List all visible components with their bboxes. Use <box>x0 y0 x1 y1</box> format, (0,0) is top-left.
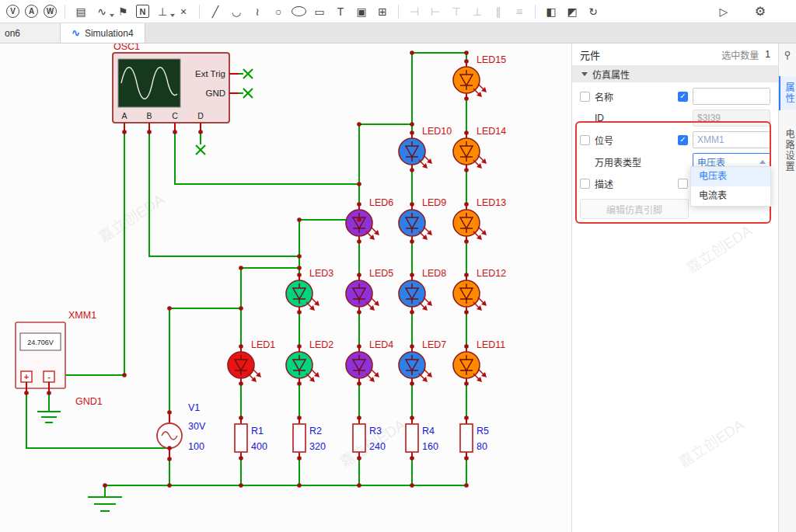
led-led4[interactable]: LED4 <box>346 339 393 384</box>
designator-visible-checkbox[interactable] <box>678 135 688 145</box>
dropdown-option-voltmeter[interactable]: 电压表 <box>691 167 770 186</box>
image-tool-icon[interactable]: ▣ <box>354 4 369 19</box>
tab-bar: on6 ∿ Simulation4 <box>0 23 796 43</box>
align-left-icon[interactable]: ⊣ <box>407 4 422 19</box>
led-led2[interactable]: LED2 <box>286 339 333 384</box>
side-tab-circuit-settings[interactable]: 电路设置 <box>779 123 796 179</box>
svg-text:LED11: LED11 <box>477 339 505 350</box>
svg-text:C: C <box>172 111 178 120</box>
probe-flag-icon[interactable]: ⚑ <box>115 4 131 19</box>
ic-symbol-icon[interactable]: ▤ <box>73 4 89 19</box>
arc-tool-icon[interactable]: ◡ <box>229 4 244 19</box>
tab-simulation4[interactable]: ∿ Simulation4 <box>61 23 145 43</box>
schematic-svg[interactable]: Ext TrigGNDABCDOSC124.706V+-XMM1GND1V130… <box>0 43 571 532</box>
multimeter-xmm1[interactable]: 24.706V+-XMM1 <box>16 310 96 393</box>
svg-text:LED5: LED5 <box>369 268 393 279</box>
led-led8[interactable]: LED8 <box>399 268 446 312</box>
line-tool-icon[interactable]: ╱ <box>208 4 223 19</box>
svg-text:OSC1: OSC1 <box>113 43 140 52</box>
tab-simulation4-label: Simulation4 <box>85 28 134 39</box>
led-led13[interactable]: LED13 <box>453 197 506 242</box>
ellipse-tool-icon[interactable] <box>292 6 306 16</box>
resistor-r2[interactable]: R2320 <box>293 418 326 458</box>
led-led6[interactable]: LED6 <box>346 197 393 242</box>
designator-input[interactable] <box>693 131 770 148</box>
led-led7[interactable]: LED7 <box>399 339 446 384</box>
watermark: 嘉立创EDA <box>681 219 755 277</box>
meter-type-label: 万用表类型 <box>595 155 641 169</box>
designator-checkbox[interactable] <box>580 135 590 145</box>
tab-simulation6[interactable]: on6 <box>0 23 61 43</box>
resistor-r1[interactable]: R1400 <box>235 418 267 458</box>
side-tab-properties[interactable]: 属性 <box>779 76 796 110</box>
wattmeter-probe-icon[interactable]: W <box>44 5 57 18</box>
text-tool-icon[interactable]: T <box>333 4 348 19</box>
name-visible-checkbox[interactable] <box>678 92 688 102</box>
led-led9[interactable]: LED9 <box>399 197 446 242</box>
simulation-properties-section[interactable]: 仿真属性 <box>572 65 778 82</box>
schematic-canvas[interactable]: Ext TrigGNDABCDOSC124.706V+-XMM1GND1V130… <box>0 43 571 532</box>
ground-symbol[interactable] <box>37 412 61 422</box>
led-led1[interactable]: LED1 <box>228 339 275 384</box>
settings-gear-icon[interactable]: ⚙ <box>752 4 768 19</box>
led-led5[interactable]: LED5 <box>346 268 393 312</box>
svg-text:160: 160 <box>422 441 438 452</box>
name-input[interactable] <box>693 88 770 105</box>
align-bottom-icon[interactable]: ⊥ <box>470 4 485 19</box>
svg-text:LED7: LED7 <box>422 339 446 350</box>
chevron-up-icon <box>759 160 766 164</box>
edit-sim-pins-button[interactable]: 编辑仿真引脚 <box>580 199 689 219</box>
led-led14[interactable]: LED14 <box>453 126 506 170</box>
rotate-icon[interactable]: ↻ <box>585 4 601 19</box>
table-tool-icon[interactable]: ⊞ <box>375 4 390 19</box>
rectangle-tool-icon[interactable]: ▭ <box>312 4 327 19</box>
oscilloscope-osc1[interactable]: Ext TrigGNDABCDOSC1 <box>113 43 239 132</box>
flip-vertical-icon[interactable]: ◩ <box>564 4 580 19</box>
panel-header: 元件 选中数量 1 <box>572 43 778 65</box>
ground-symbol-icon[interactable]: ⊥ <box>155 4 170 19</box>
distribute-vertical-icon[interactable]: ≡ <box>511 4 527 19</box>
voltage-source-v1[interactable]: V130V100 <box>157 402 206 459</box>
flip-horizontal-icon[interactable]: ◧ <box>543 4 559 19</box>
ground-symbol[interactable] <box>88 497 122 511</box>
align-right-icon[interactable]: ⊢ <box>428 4 443 19</box>
voltmeter-probe-icon[interactable]: V <box>6 5 19 18</box>
resistor-r4[interactable]: R4160 <box>406 418 438 458</box>
svg-text:R4: R4 <box>422 426 435 436</box>
toolbar-separator <box>398 5 399 19</box>
svg-text:LED12: LED12 <box>477 268 506 279</box>
led-led11[interactable]: LED11 <box>453 339 505 384</box>
svg-text:LED3: LED3 <box>309 268 333 279</box>
properties-panel: 嘉立创EDA 嘉立创EDA 元件 选中数量 1 仿真属性 名称 <box>571 43 778 532</box>
led-led3[interactable]: LED3 <box>286 268 333 312</box>
section-title: 仿真属性 <box>592 68 630 81</box>
ammeter-probe-icon[interactable]: A <box>25 5 38 18</box>
svg-text:R2: R2 <box>309 426 322 436</box>
description-visible-checkbox[interactable] <box>678 179 688 189</box>
resistor-r3[interactable]: R3240 <box>353 418 386 458</box>
svg-text:D: D <box>197 111 204 120</box>
name-label: 名称 <box>595 90 613 103</box>
led-led12[interactable]: LED12 <box>453 268 506 312</box>
align-top-icon[interactable]: ⊤ <box>449 4 464 19</box>
curve-tool-icon[interactable]: ≀ <box>250 4 265 19</box>
panel-title: 元件 <box>580 47 600 62</box>
designator-label: 位号 <box>595 134 613 147</box>
run-simulation-icon[interactable]: ▷ <box>716 4 731 19</box>
name-checkbox[interactable] <box>580 92 590 102</box>
net-label-icon[interactable]: N <box>136 5 149 18</box>
circle-tool-icon[interactable]: ○ <box>271 4 286 19</box>
resistor-r5[interactable]: R580 <box>460 418 489 458</box>
no-connect-flag-icon[interactable]: × <box>176 4 191 19</box>
property-row-designator: 位号 <box>572 129 778 151</box>
led-led10[interactable]: LED10 <box>399 126 452 170</box>
waveform-source-icon[interactable]: ∿ <box>94 4 110 19</box>
svg-text:Ext Trig: Ext Trig <box>195 69 225 78</box>
property-row-id: ID <box>572 107 778 129</box>
description-checkbox[interactable] <box>580 179 590 189</box>
svg-text:24.706V: 24.706V <box>27 339 54 346</box>
pin-icon[interactable] <box>783 50 792 64</box>
distribute-horizontal-icon[interactable]: ∥ <box>491 4 506 19</box>
led-led15[interactable]: LED15 <box>453 54 506 99</box>
dropdown-option-ammeter[interactable]: 电流表 <box>691 186 770 206</box>
